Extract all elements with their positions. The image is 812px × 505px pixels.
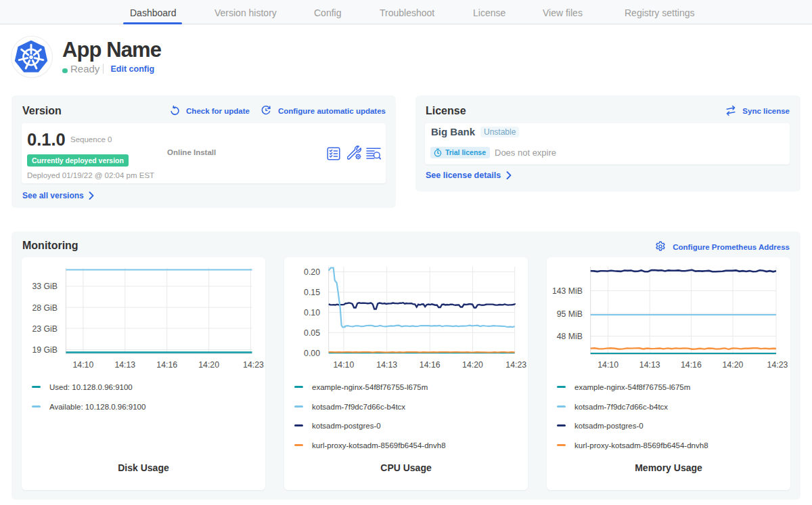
svg-text:14:13: 14:13 (639, 360, 660, 370)
svg-text:23 GiB: 23 GiB (32, 324, 58, 334)
svg-text:143 MiB: 143 MiB (552, 286, 583, 296)
svg-text:14:10: 14:10 (597, 360, 618, 370)
svg-text:14:20: 14:20 (198, 360, 219, 370)
svg-text:14:23: 14:23 (767, 360, 788, 370)
svg-text:0.15: 0.15 (304, 288, 320, 297)
svg-text:28 GiB: 28 GiB (32, 303, 58, 313)
svg-text:48 MiB: 48 MiB (557, 332, 583, 341)
svg-text:14:20: 14:20 (462, 360, 483, 370)
svg-text:95 MiB: 95 MiB (557, 309, 583, 319)
svg-text:0.10: 0.10 (304, 308, 320, 317)
svg-text:14:10: 14:10 (73, 360, 94, 370)
svg-text:14:16: 14:16 (420, 360, 441, 370)
svg-text:14:23: 14:23 (505, 360, 526, 370)
svg-text:19 GiB: 19 GiB (32, 345, 58, 355)
svg-text:14:10: 14:10 (334, 360, 355, 370)
svg-text:14:13: 14:13 (376, 360, 397, 370)
svg-text:14:16: 14:16 (156, 360, 177, 370)
svg-text:14:20: 14:20 (723, 360, 744, 370)
svg-text:33 GiB: 33 GiB (32, 282, 58, 291)
svg-text:0.20: 0.20 (304, 267, 320, 277)
svg-text:0.05: 0.05 (304, 328, 320, 338)
svg-text:14:16: 14:16 (681, 360, 702, 370)
svg-text:14:23: 14:23 (243, 360, 264, 370)
svg-text:0.00: 0.00 (304, 349, 320, 358)
svg-text:14:13: 14:13 (114, 360, 135, 370)
